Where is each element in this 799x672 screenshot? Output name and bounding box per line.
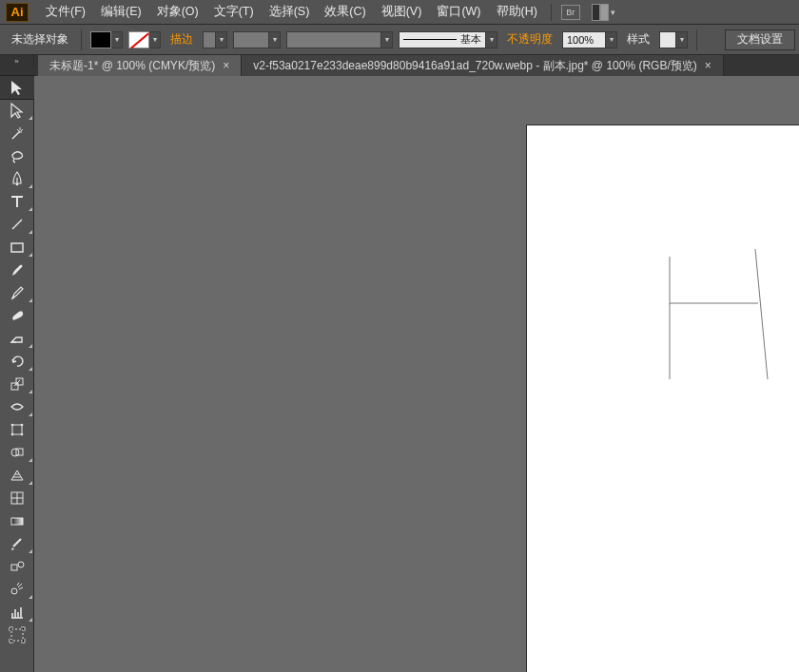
flyout-indicator-icon [29, 618, 32, 622]
control-bar: 未选择对象 ▾ ▾ 描边 ▾ ▾ ▾ 基本 ▾ 不透明度 100% ▾ 样式 ▾… [0, 25, 799, 55]
main-area [0, 76, 799, 672]
graphic-style-control[interactable]: ▾ [659, 31, 688, 48]
flyout-indicator-icon [29, 549, 32, 553]
menu-select[interactable]: 选择(S) [262, 0, 318, 24]
free-transform-tool-icon [9, 421, 26, 438]
symbol-sprayer-tool[interactable] [0, 578, 34, 601]
perspective-grid-tool[interactable] [0, 464, 34, 487]
brush-definition-control[interactable]: ▾ [286, 31, 393, 48]
mesh-tool[interactable] [0, 487, 34, 509]
pencil-tool[interactable] [0, 281, 34, 304]
close-icon[interactable]: × [705, 59, 711, 72]
line-segment-tool[interactable] [0, 213, 34, 236]
type-tool-icon [9, 193, 26, 210]
flyout-indicator-icon [29, 367, 32, 371]
opacity-control[interactable]: 100% ▾ [562, 31, 617, 48]
chevron-down-icon: ▾ [486, 31, 497, 48]
workspace-layout-button[interactable]: ▾ [592, 4, 618, 21]
tab-label: v2-f53a0217e233deae899d80b9416a91ad_720w… [253, 58, 697, 74]
rotate-tool-icon [9, 353, 26, 370]
menu-type[interactable]: 文字(T) [206, 0, 262, 24]
chevron-down-icon: ▾ [606, 31, 617, 48]
scale-tool-icon [9, 375, 26, 393]
paintbrush-tool[interactable] [0, 259, 34, 281]
menu-help[interactable]: 帮助(H) [489, 0, 545, 24]
blob-brush-tool-icon [9, 307, 26, 324]
pen-tool-icon [9, 170, 26, 187]
blend-tool-icon [9, 558, 26, 575]
menu-effect[interactable]: 效果(C) [317, 0, 373, 24]
artboard [527, 125, 799, 672]
rectangle-tool[interactable] [0, 236, 34, 259]
flyout-indicator-icon [29, 595, 32, 599]
blob-brush-tool[interactable] [0, 304, 34, 327]
stroke-label[interactable]: 描边 [166, 31, 197, 48]
separator [551, 4, 552, 21]
menu-view[interactable]: 视图(V) [374, 0, 430, 24]
fill-color-control[interactable]: ▾ [90, 31, 123, 48]
column-graph-tool-icon [9, 604, 26, 621]
menu-file[interactable]: 文件(F) [38, 0, 93, 24]
svg-line-1 [755, 249, 768, 379]
menu-object[interactable]: 对象(O) [149, 0, 206, 24]
brush-field [286, 31, 381, 48]
document-tabs: 未标题-1* @ 100% (CMYK/预览) × v2-f53a0217e23… [0, 55, 799, 76]
stroke-weight-control[interactable]: ▾ [203, 31, 227, 48]
blend-tool[interactable] [0, 555, 34, 578]
artboard-tool-icon [9, 626, 26, 643]
menu-edit[interactable]: 编辑(E) [93, 0, 149, 24]
eyedropper-tool[interactable] [0, 532, 34, 555]
chevron-down-icon: ▾ [609, 4, 618, 21]
variable-width-profile-control[interactable]: ▾ [233, 31, 281, 48]
type-tool[interactable] [0, 190, 34, 213]
tab-document-1[interactable]: 未标题-1* @ 100% (CMYK/预览) × [38, 55, 242, 76]
lasso-tool[interactable] [0, 144, 34, 167]
shape-builder-tool-icon [9, 444, 26, 461]
toolbox [0, 76, 34, 672]
free-transform-tool[interactable] [0, 418, 34, 441]
bridge-icon[interactable]: Br [561, 5, 580, 20]
pen-tool[interactable] [0, 167, 34, 190]
opacity-label[interactable]: 不透明度 [503, 31, 556, 48]
chevron-down-icon: ▾ [269, 31, 281, 48]
scale-tool[interactable] [0, 373, 34, 395]
menu-bar: Ai 文件(F) 编辑(E) 对象(O) 文字(T) 选择(S) 效果(C) 视… [0, 0, 799, 25]
flyout-indicator-icon [29, 344, 32, 348]
shape-builder-tool[interactable] [0, 441, 34, 464]
lasso-tool-icon [9, 147, 26, 164]
selection-tool-icon [9, 79, 26, 96]
selection-tool[interactable] [0, 76, 34, 99]
artboard-tool[interactable] [0, 624, 34, 646]
width-tool[interactable] [0, 395, 34, 418]
chevron-down-icon: ▾ [676, 31, 688, 48]
rotate-tool[interactable] [0, 350, 34, 373]
menu-window[interactable]: 窗口(W) [429, 0, 488, 24]
direct-selection-tool[interactable] [0, 99, 34, 122]
tab-document-2[interactable]: v2-f53a0217e233deae899d80b9416a91ad_720w… [242, 55, 724, 76]
stroke-color-control[interactable]: ▾ [128, 31, 161, 48]
brush-line-icon [403, 39, 457, 40]
canvas-area[interactable] [34, 76, 799, 672]
flyout-indicator-icon [29, 458, 32, 462]
document-setup-button[interactable]: 文档设置 [725, 29, 795, 50]
brush-style-control[interactable]: 基本 ▾ [399, 31, 497, 48]
flyout-indicator-icon [29, 390, 32, 394]
flyout-indicator-icon [29, 184, 32, 188]
symbol-sprayer-tool-icon [9, 581, 26, 598]
fill-swatch [90, 31, 111, 48]
eyedropper-tool-icon [9, 535, 26, 552]
close-icon[interactable]: × [223, 59, 229, 72]
eraser-tool[interactable] [0, 327, 34, 350]
style-swatch [659, 31, 676, 48]
separator [81, 29, 82, 50]
chevron-down-icon: ▾ [381, 31, 393, 48]
eraser-tool-icon [9, 330, 26, 347]
magic-wand-tool[interactable] [0, 122, 34, 144]
pencil-tool-icon [9, 284, 26, 301]
artwork [527, 125, 799, 601]
flyout-indicator-icon [29, 413, 32, 416]
column-graph-tool[interactable] [0, 601, 34, 624]
flyout-indicator-icon [29, 230, 32, 234]
toolbox-collapse-handle[interactable]: » [0, 55, 34, 67]
gradient-tool[interactable] [0, 509, 34, 532]
